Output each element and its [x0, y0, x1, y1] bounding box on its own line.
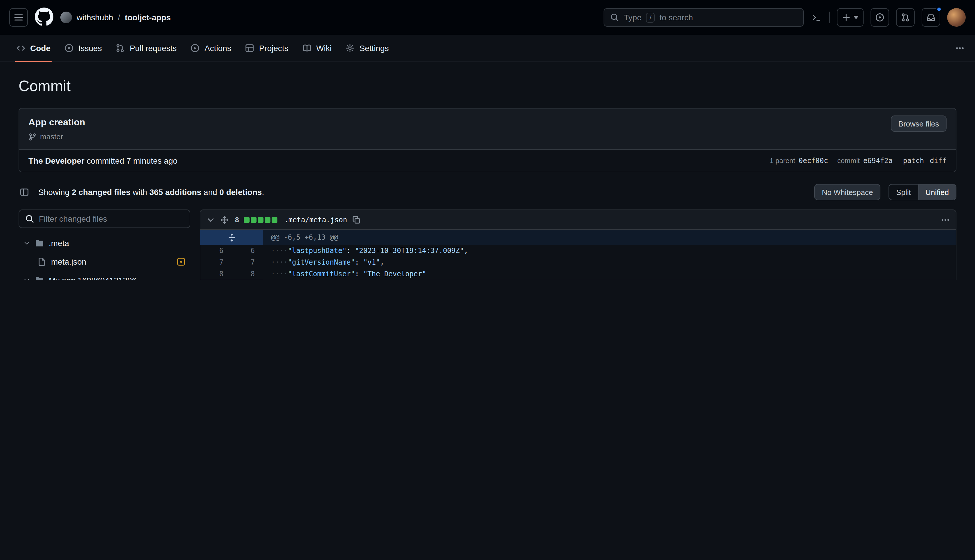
owner-avatar	[60, 12, 72, 23]
file-tree: .metameta.jsonMy app 1698694121296v1.jso…	[18, 234, 190, 280]
new-line-number: 6	[232, 245, 263, 257]
code-line: ··},	[263, 280, 956, 280]
gear-icon	[346, 43, 355, 53]
commit-box: App creation master Browse files The Dev…	[18, 108, 957, 172]
commit-title-group: App creation master	[28, 115, 85, 142]
command-palette-button[interactable]	[811, 12, 822, 23]
diff-link[interactable]: diff	[930, 155, 947, 167]
unified-view-button[interactable]: Unified	[918, 185, 956, 200]
tab-label: Actions	[205, 43, 231, 53]
tab-label: Wiki	[316, 43, 332, 53]
code-segment: "lastpushDate"	[288, 247, 347, 255]
play-circle-icon	[191, 43, 200, 53]
old-line-number: 8	[200, 268, 232, 280]
tab-label: Code	[30, 43, 50, 53]
tab-settings[interactable]: Settings	[338, 35, 396, 62]
tab-actions[interactable]: Actions	[184, 35, 238, 62]
filter-changed-files-input[interactable]: Filter changed files	[18, 210, 190, 228]
tab-code[interactable]: Code	[9, 35, 57, 62]
patch-link[interactable]: patch	[903, 155, 924, 167]
deletions-count: 0 deletions	[219, 187, 262, 197]
code-line: ····"lastCommitUser": "The Developer"	[263, 268, 956, 280]
branch-name: master	[40, 132, 63, 142]
code-segment: ····	[271, 258, 288, 267]
old-line-number: 7	[200, 257, 232, 268]
split-view-button[interactable]: Split	[889, 185, 918, 200]
commit-author-line: The Developer committed 7 minutes ago	[28, 155, 178, 167]
patch-diff-links: patch diff	[903, 155, 947, 167]
diff-view-options: No Whitespace Split Unified	[814, 184, 957, 200]
github-commit-page: withshubh / tooljet-apps Type / to searc…	[0, 0, 975, 280]
file-options-icon[interactable]	[941, 215, 950, 224]
diffstat-blocks	[243, 217, 277, 223]
user-avatar[interactable]	[947, 8, 966, 27]
diff-view-segmented-control: Split Unified	[888, 184, 957, 200]
github-home-link[interactable]	[35, 7, 53, 28]
expand-hunk-icon[interactable]	[227, 233, 236, 242]
create-new-button[interactable]	[837, 8, 863, 27]
global-nav-menu-button[interactable]	[9, 8, 28, 27]
diffstat-block	[264, 217, 270, 223]
global-search-input[interactable]: Type / to search	[603, 8, 804, 27]
tree-item-meta[interactable]: .meta	[18, 234, 190, 252]
tree-item-meta-json[interactable]: meta.json	[18, 252, 190, 271]
tab-wiki[interactable]: Wiki	[295, 35, 338, 62]
git-pull-request-icon	[116, 43, 125, 53]
additions-count: 365 additions	[150, 187, 202, 197]
commit-message-title: App creation	[28, 115, 85, 129]
summary-word: with	[133, 187, 147, 197]
commit-header: App creation master Browse files	[19, 108, 956, 149]
kebab-icon	[955, 43, 965, 53]
changed-files-count: 2 changed files	[72, 187, 130, 197]
plus-icon	[842, 13, 851, 22]
folder-icon	[35, 276, 44, 280]
repo-nav: CodeIssuesPull requestsActionsProjectsWi…	[0, 35, 975, 62]
diff-filename: .meta/meta.json	[284, 216, 347, 224]
tab-issues[interactable]: Issues	[57, 35, 109, 62]
tab-label: Projects	[259, 43, 288, 53]
diff-line: 88····"lastCommitUser": "The Developer"	[200, 268, 956, 280]
tab-projects[interactable]: Projects	[238, 35, 295, 62]
code-segment: :	[347, 247, 355, 255]
additions-count: 8	[235, 216, 239, 224]
diff-summary-text: Showing 2 changed files with 365 additio…	[38, 187, 264, 197]
commit-author: The Developer	[28, 156, 85, 165]
tree-item-my-app-1698694121296[interactable]: My app 1698694121296	[18, 271, 190, 280]
commit-sha[interactable]: e694f2a	[863, 155, 893, 167]
browse-files-button[interactable]: Browse files	[891, 115, 947, 132]
drag-handle-icon[interactable]	[220, 215, 229, 224]
collapse-file-icon[interactable]	[206, 215, 215, 224]
diff-line: 9··},	[200, 280, 956, 280]
whitespace-toggle-button[interactable]: No Whitespace	[814, 184, 880, 200]
breadcrumb-repo-link[interactable]: tooljet-apps	[125, 13, 171, 22]
pull-requests-dashboard-button[interactable]	[896, 8, 915, 27]
chevron-down-icon	[23, 240, 30, 247]
diff-file-header: 8.meta/meta.json	[200, 210, 956, 230]
summary-period: .	[262, 187, 264, 197]
copy-path-icon[interactable]	[352, 215, 361, 224]
issues-dashboard-button[interactable]	[870, 8, 889, 27]
notifications-button[interactable]	[922, 8, 940, 27]
search-icon	[25, 214, 34, 223]
old-line-number	[200, 280, 232, 280]
filter-placeholder: Filter changed files	[39, 214, 107, 223]
toggle-file-tree-button[interactable]	[18, 186, 30, 198]
breadcrumb-owner-link[interactable]: withshubh	[77, 13, 113, 22]
nav-overflow-button[interactable]	[954, 42, 966, 54]
issue-opened-icon	[875, 13, 885, 22]
code-icon	[16, 43, 25, 53]
diffstat-block	[257, 217, 263, 223]
unread-indicator	[936, 7, 942, 12]
tab-pull-requests[interactable]: Pull requests	[109, 35, 184, 62]
git-branch-icon	[28, 133, 37, 141]
tab-label: Issues	[78, 43, 102, 53]
diffstat-block	[271, 217, 277, 223]
breadcrumb: withshubh / tooljet-apps	[60, 12, 171, 23]
slash-keycap: /	[646, 12, 655, 22]
parent-sha-link[interactable]: 0ecf00c	[798, 155, 828, 167]
file-tree-panel: Filter changed files .metameta.jsonMy ap…	[18, 210, 190, 280]
new-line-number: 8	[232, 268, 263, 280]
commit-branch: master	[28, 132, 85, 142]
commit-action-text: committed 7 minutes ago	[87, 156, 178, 165]
code-segment: "lastCommitUser"	[288, 270, 355, 278]
